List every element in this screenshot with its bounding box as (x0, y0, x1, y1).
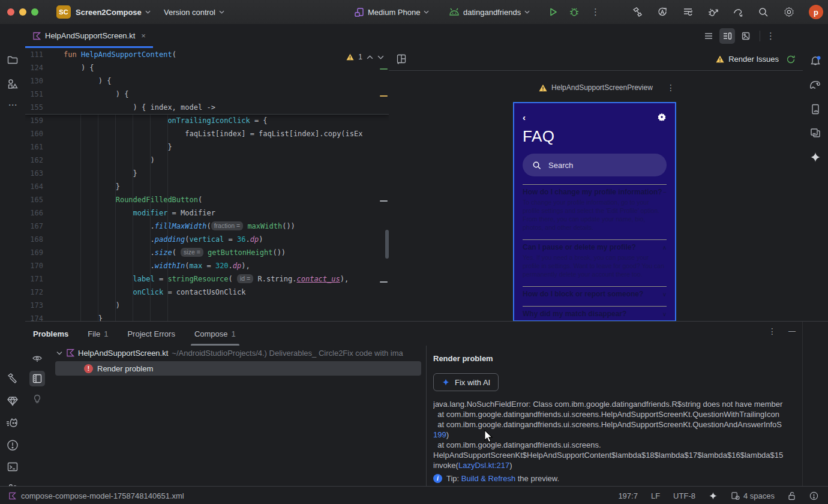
status-file[interactable]: compose-compose-model-1758748140651.xml (8, 491, 184, 500)
run-configuration-selector[interactable]: datingandfriends (449, 0, 530, 24)
code-line[interactable]: 130) { (25, 74, 389, 88)
caret-position[interactable]: 197:7 (618, 491, 638, 500)
preview-eye-button[interactable] (29, 350, 45, 366)
code-line[interactable]: 168.padding(vertical = 36.dp) (25, 233, 389, 246)
code-editor[interactable]: 111fun HelpAndSupportContent(124) {130) … (25, 48, 389, 321)
logcat-tool-button[interactable] (0, 417, 25, 429)
problems-tool-button[interactable] (0, 439, 25, 451)
device-selector[interactable]: Medium Phone (354, 0, 429, 24)
line-separator[interactable]: LF (651, 491, 660, 500)
user-avatar[interactable]: p (809, 5, 823, 19)
build-icon[interactable] (632, 7, 643, 18)
code-line[interactable]: 166modifier = Modifier (25, 206, 389, 220)
app-quality-insights-tool-button[interactable] (0, 395, 25, 407)
window-minimize-button[interactable] (19, 8, 26, 16)
tab-close-icon[interactable]: × (141, 31, 146, 40)
code-line[interactable]: 171label = stringResource( id = R.string… (25, 272, 389, 286)
code-view-button[interactable] (701, 28, 716, 44)
code-line[interactable]: 172onClick = contactUsOnClick (25, 286, 389, 299)
split-view-button[interactable] (719, 28, 735, 44)
design-view-button[interactable] (738, 28, 754, 44)
project-selector[interactable]: Screen2Compose (76, 0, 151, 24)
search-everywhere-icon[interactable] (758, 7, 769, 18)
panel-minimize-button[interactable]: — (788, 327, 796, 335)
more-tool-windows-button[interactable]: ⋯ (0, 100, 25, 110)
code-line[interactable]: 169.size( size = getButtonHeight()) (25, 246, 389, 259)
error-analysis-icon[interactable] (809, 491, 818, 500)
faq-item[interactable]: Can I pause or delete my profile?∧Yes. I… (523, 243, 667, 278)
editor-options-button[interactable]: ⋮ (766, 31, 775, 41)
settings-gear-icon[interactable] (783, 6, 795, 18)
vcs-widget[interactable]: Version control (164, 0, 224, 24)
editor-scrollbar[interactable] (385, 230, 389, 259)
build-refresh-link[interactable]: Build & Refresh (461, 474, 515, 483)
terminal-tool-button[interactable] (0, 461, 25, 473)
problems-file-row[interactable]: HelpAndSupportScreen.kt ~/AndroidStudioP… (49, 346, 426, 360)
panel-options-button[interactable]: ⋮ (768, 326, 776, 336)
stripe-mark[interactable] (380, 281, 388, 283)
attach-debugger-icon[interactable] (707, 7, 719, 18)
code-line[interactable]: 170.widthIn(max = 320.dp), (25, 259, 389, 272)
unlocked-icon[interactable] (788, 491, 796, 500)
tab-problems[interactable]: Problems (33, 322, 68, 346)
faq-search-field[interactable]: Search (523, 154, 667, 176)
code-line[interactable]: 161} (25, 140, 389, 154)
code-line[interactable]: 160faqList[index] = faqList[index].copy(… (25, 127, 389, 140)
stack-trace-link[interactable]: LazyDsl.kt:217 (458, 461, 509, 470)
stripe-mark-green[interactable] (380, 68, 388, 70)
code-line[interactable]: 167.fillMaxWidth(fraction = maxWidth()) (25, 220, 389, 233)
code-line[interactable]: 111fun HelpAndSupportContent( (25, 48, 389, 61)
tab-compose[interactable]: Compose1 (194, 322, 236, 346)
tab-helpandsupportscreen[interactable]: HelpAndSupportScreen.kt × (25, 24, 153, 47)
tab-file[interactable]: File1 (88, 322, 108, 346)
code-lines[interactable]: 159onTrailingIconClick = {160faqList[ind… (25, 114, 389, 321)
code-line[interactable]: 124) { (25, 61, 389, 74)
ai-assistant-status-icon[interactable] (709, 491, 718, 500)
build-tool-button[interactable] (0, 372, 25, 384)
code-line[interactable]: 162) (25, 154, 389, 167)
preview-device-frame[interactable]: ‹ FAQ Search How do I change my profile … (513, 102, 676, 321)
sticky-context-lines[interactable]: 111fun HelpAndSupportContent(124) {130) … (25, 48, 389, 115)
render-issues-button[interactable]: Render Issues (716, 55, 779, 64)
stripe-mark-warning[interactable] (380, 95, 388, 97)
code-line[interactable]: 159onTrailingIconClick = { (25, 114, 389, 127)
faq-item[interactable]: Why did my match disappear?∨ (523, 310, 667, 318)
settings-gear-icon[interactable] (657, 112, 667, 122)
notifications-button[interactable] (803, 55, 828, 67)
code-line[interactable]: 164} (25, 180, 389, 193)
window-close-button[interactable] (7, 8, 14, 16)
indent-config[interactable]: 4 spaces (731, 491, 775, 500)
code-line[interactable]: 173) (25, 299, 389, 312)
preview-card-label[interactable]: HelpAndSupportScreenPreview (389, 83, 803, 92)
device-manager-button[interactable] (803, 103, 828, 115)
faq-item[interactable]: How do I block or report someone?∨ (523, 290, 667, 298)
code-line[interactable]: 174} (25, 312, 389, 321)
code-line[interactable]: 165RoundedFilledButton( (25, 193, 389, 206)
quickfix-bulb-button[interactable] (29, 391, 45, 407)
refresh-icon[interactable] (786, 55, 796, 64)
code-line[interactable]: 151) { (25, 88, 389, 101)
ai-actions-icon[interactable] (657, 7, 668, 18)
stack-trace-link[interactable]: 199 (433, 430, 446, 439)
window-zoom-button[interactable] (31, 8, 38, 16)
profiler-icon[interactable] (733, 7, 744, 18)
render-problem-row[interactable]: ! Render problem (55, 361, 421, 376)
fix-with-ai-button[interactable]: Fix with AI (433, 373, 499, 391)
preview-card-menu-button[interactable]: ⋮ (667, 83, 675, 92)
stripe-mark[interactable] (380, 200, 388, 202)
next-problem-icon[interactable] (377, 55, 384, 59)
layers-tool-button[interactable] (803, 127, 828, 139)
gradle-tool-button[interactable] (803, 79, 828, 90)
faq-item[interactable]: How do I change my profile information?−… (523, 188, 667, 232)
file-encoding[interactable]: UTF-8 (673, 491, 695, 500)
todo-list-icon[interactable] (682, 7, 694, 18)
preview-layout-icon[interactable] (396, 53, 407, 64)
run-button[interactable] (548, 0, 559, 24)
open-details-button[interactable] (29, 371, 45, 386)
tab-project-errors[interactable]: Project Errors (127, 322, 175, 346)
resource-manager-tool-button[interactable] (0, 78, 25, 90)
debug-button[interactable] (569, 0, 580, 24)
gemini-tool-button[interactable] (803, 151, 828, 163)
run-more-actions-button[interactable]: ⋮ (591, 0, 600, 24)
code-line[interactable]: 155) { index, model -> (25, 101, 389, 114)
